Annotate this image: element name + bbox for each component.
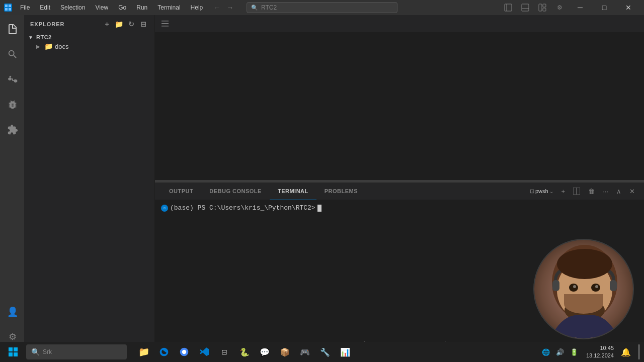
taskbar-app6[interactable]: 🐍 — [235, 343, 254, 361]
taskbar-app10[interactable]: 🔧 — [316, 343, 334, 361]
maximize-button[interactable]: □ — [593, 0, 616, 15]
close-button[interactable]: ✕ — [617, 0, 640, 15]
taskbar-edge[interactable] — [155, 343, 173, 361]
terminal-prompt: ○ (base) PS C:\Users\kris_\Python\RTC2> — [161, 204, 638, 212]
shell-dropdown-icon: ⌄ — [549, 189, 553, 194]
menu-selection[interactable]: Selection — [56, 2, 89, 13]
menu-edit[interactable]: Edit — [36, 2, 54, 13]
project-folder-header[interactable]: ▼ RTC2 — [24, 33, 154, 41]
tab-output[interactable]: OUTPUT — [161, 183, 201, 200]
search-activity-icon[interactable] — [0, 42, 24, 66]
svg-rect-11 — [162, 21, 169, 22]
panel-maximize-button[interactable]: ∧ — [613, 187, 624, 196]
more-actions-button[interactable]: ··· — [600, 187, 611, 196]
refresh-button[interactable]: ↻ — [126, 19, 136, 29]
new-terminal-button[interactable]: + — [558, 187, 569, 196]
taskbar-search-icon: 🔍 — [31, 348, 40, 356]
nav-back-button[interactable]: ← — [211, 2, 223, 14]
menu-view[interactable]: View — [91, 2, 112, 13]
taskbar-right: 🌐 🔊 🔋 10:45 13.12.2024 🔔 — [540, 343, 640, 361]
tab-terminal[interactable]: TERMINAL — [270, 183, 316, 200]
layout-icon[interactable] — [534, 0, 550, 15]
kill-terminal-button[interactable]: 🗑 — [585, 187, 598, 196]
collapse-button[interactable]: ⊟ — [138, 19, 148, 29]
svg-rect-6 — [522, 4, 529, 11]
panel-controls: ⊡ pwsh ⌄ + 🗑 ··· ∧ ✕ — [527, 187, 638, 196]
taskbar-file-explorer[interactable]: 📁 — [135, 343, 153, 361]
taskbar-search[interactable]: 🔍 Srk — [26, 344, 127, 359]
notification-center-icon[interactable]: 🔔 — [620, 346, 632, 358]
taskbar-search-placeholder: Srk — [43, 348, 52, 355]
svg-rect-8 — [539, 4, 542, 11]
svg-rect-29 — [14, 347, 18, 351]
taskbar-app7[interactable]: 💬 — [256, 343, 274, 361]
svg-rect-12 — [162, 23, 169, 24]
svg-rect-0 — [5, 5, 8, 7]
search-text: RTC2 — [261, 4, 277, 11]
debug-activity-icon[interactable] — [0, 93, 24, 117]
clock-date: 13.12.2024 — [586, 352, 614, 359]
taskbar-terminal[interactable]: ⊟ — [215, 343, 233, 361]
title-search[interactable]: 🔍 RTC2 — [247, 2, 397, 13]
app-icon — [4, 4, 12, 12]
taskbar-app8[interactable]: 📦 — [276, 343, 294, 361]
docs-chevron-icon: ▶ — [36, 44, 42, 49]
taskbar-app11[interactable]: 📊 — [336, 343, 354, 361]
network-icon[interactable]: 🌐 — [540, 346, 552, 358]
taskbar-chrome[interactable] — [175, 343, 193, 361]
svg-rect-10 — [543, 8, 546, 11]
sidebar-layout-icon[interactable] — [500, 0, 516, 15]
tab-problems[interactable]: PROBLEMS — [316, 183, 366, 200]
new-folder-button[interactable]: 📁 — [114, 19, 124, 29]
svg-point-25 — [595, 285, 598, 288]
source-control-activity-icon[interactable] — [0, 67, 24, 92]
start-button[interactable] — [4, 343, 22, 361]
editor-content[interactable] — [155, 33, 644, 180]
volume-icon[interactable]: 🔊 — [554, 346, 566, 358]
cursor-block — [317, 205, 321, 212]
svg-rect-13 — [162, 26, 169, 27]
tab-debug-console[interactable]: DEBUG CONSOLE — [201, 183, 270, 200]
taskbar-apps: 📁 ⊟ 🐍 💬 📦 🎮 🔧 📊 — [135, 343, 354, 361]
svg-point-33 — [182, 350, 186, 354]
panel-close-button[interactable]: ✕ — [626, 187, 638, 196]
title-controls: ⚙ ─ □ ✕ — [500, 0, 640, 15]
settings-icon[interactable]: ⚙ — [551, 0, 568, 15]
webcam-face — [534, 240, 633, 338]
activity-bar: 👤 ⚙ — [0, 15, 24, 351]
shell-icon: ⊡ — [530, 188, 534, 195]
minimize-button[interactable]: ─ — [569, 0, 592, 15]
split-terminal-button[interactable] — [570, 187, 583, 196]
nav-forward-button[interactable]: → — [224, 2, 236, 14]
taskbar-app9[interactable]: 🎮 — [296, 343, 314, 361]
new-file-button[interactable]: + — [102, 19, 112, 29]
menu-run[interactable]: Run — [132, 2, 151, 13]
files-activity-icon[interactable] — [0, 17, 24, 41]
svg-rect-3 — [9, 8, 11, 11]
docs-folder-item[interactable]: ▶ 📁 docs — [24, 41, 154, 51]
extensions-activity-icon[interactable] — [0, 118, 24, 142]
taskbar-vscode[interactable] — [195, 343, 213, 361]
accounts-icon[interactable]: 👤 — [0, 300, 24, 324]
docs-folder-label: docs — [55, 43, 68, 50]
menu-help[interactable]: Help — [187, 2, 207, 13]
menu-file[interactable]: File — [16, 2, 34, 13]
svg-rect-1 — [9, 5, 11, 7]
webcam-overlay — [533, 239, 634, 339]
svg-rect-9 — [543, 4, 546, 7]
explorer-toolbar: + 📁 ↻ ⊟ — [102, 19, 148, 29]
menu-terminal[interactable]: Terminal — [153, 2, 184, 13]
menu-go[interactable]: Go — [114, 2, 130, 13]
project-chevron-icon: ▼ — [28, 35, 34, 40]
battery-icon[interactable]: 🔋 — [568, 346, 580, 358]
taskbar-clock[interactable]: 10:45 13.12.2024 — [584, 343, 616, 361]
svg-rect-31 — [14, 352, 18, 356]
svg-rect-2 — [5, 8, 8, 11]
explorer-header: Explorer + 📁 ↻ ⊟ — [24, 15, 154, 31]
svg-rect-4 — [505, 4, 512, 11]
panel-layout-icon[interactable] — [517, 0, 533, 15]
shell-selector[interactable]: ⊡ pwsh ⌄ — [527, 187, 556, 196]
explorer-sidebar-toggle[interactable] — [159, 18, 171, 30]
prompt-text: (base) PS C:\Users\kris_\Python\RTC2> — [170, 204, 315, 212]
show-desktop-button[interactable] — [638, 344, 640, 359]
